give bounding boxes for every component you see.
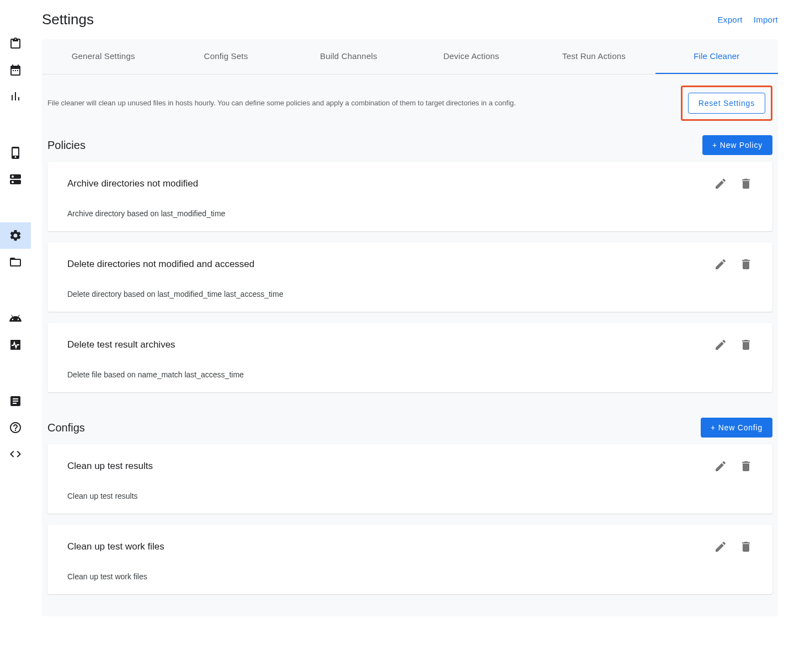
folder-icon [9, 255, 22, 269]
tab-test-run-actions[interactable]: Test Run Actions [532, 39, 655, 74]
main-content: Settings Export Import General Settings … [31, 0, 789, 672]
sidebar-item-health[interactable] [0, 332, 31, 358]
policies-heading: Policies [47, 139, 86, 152]
reset-settings-highlight: Reset Settings [681, 86, 772, 121]
policy-title: Delete directories not modified and acce… [67, 259, 254, 270]
config-subtitle: Clean up test results [67, 492, 753, 500]
sidebar-item-api[interactable] [0, 441, 31, 467]
help-icon [9, 421, 22, 434]
sidebar-item-reports[interactable] [0, 83, 31, 110]
sidebar-item-schedule[interactable] [0, 57, 31, 83]
settings-tabs: General Settings Config Sets Build Chann… [42, 39, 778, 74]
sidebar-item-clipboard[interactable] [0, 30, 31, 57]
page-title: Settings [42, 11, 94, 28]
sidebar-item-hosts[interactable] [0, 166, 31, 193]
gear-icon [9, 229, 22, 242]
tab-config-sets[interactable]: Config Sets [164, 39, 287, 74]
edit-icon[interactable] [714, 460, 727, 473]
sidebar-item-settings[interactable] [0, 222, 31, 249]
sidebar-item-devices[interactable] [0, 140, 31, 166]
server-icon [9, 173, 22, 186]
edit-icon[interactable] [714, 338, 727, 351]
policy-card: Delete test result archives Delete file … [47, 323, 772, 392]
tab-device-actions[interactable]: Device Actions [410, 39, 532, 74]
calendar-icon [9, 63, 22, 77]
trash-icon[interactable] [739, 460, 753, 473]
export-link[interactable]: Export [718, 15, 743, 24]
bar-chart-icon [9, 90, 22, 103]
android-icon [9, 312, 22, 325]
policy-title: Delete test result archives [67, 339, 175, 350]
edit-icon[interactable] [714, 258, 727, 271]
code-icon [9, 447, 22, 461]
tab-build-channels[interactable]: Build Channels [287, 39, 410, 74]
configs-heading: Configs [47, 422, 85, 434]
config-card: Clean up test results Clean up test resu… [47, 444, 772, 514]
edit-icon[interactable] [714, 540, 727, 553]
sidebar-item-help[interactable] [0, 414, 31, 441]
heartbeat-icon [9, 338, 22, 351]
tab-general-settings[interactable]: General Settings [42, 39, 164, 74]
policy-card: Archive directories not modified Archive… [47, 162, 772, 231]
clipboard-icon [9, 37, 22, 50]
policy-subtitle: Delete directory based on last_modified_… [67, 290, 753, 298]
new-policy-button[interactable]: + New Policy [702, 135, 772, 155]
edit-icon[interactable] [714, 177, 727, 190]
tab-file-cleaner[interactable]: File Cleaner [655, 39, 778, 74]
sidebar-nav [0, 0, 31, 672]
new-config-button[interactable]: + New Config [701, 418, 772, 438]
policy-subtitle: Archive directory based on last_modified… [67, 209, 753, 218]
trash-icon[interactable] [739, 177, 753, 190]
trash-icon[interactable] [739, 338, 753, 351]
sidebar-item-android[interactable] [0, 305, 31, 332]
config-title: Clean up test results [67, 461, 153, 472]
config-subtitle: Clean up test work files [67, 572, 753, 581]
phone-icon [9, 146, 22, 159]
trash-icon[interactable] [739, 258, 753, 271]
config-card: Clean up test work files Clean up test w… [47, 525, 772, 594]
reset-settings-button[interactable]: Reset Settings [688, 93, 765, 114]
sidebar-item-notes[interactable] [0, 388, 31, 414]
article-icon [9, 394, 22, 408]
file-cleaner-description: File cleaner will clean up unused files … [47, 98, 670, 108]
policy-title: Archive directories not modified [67, 178, 198, 189]
import-link[interactable]: Import [754, 15, 778, 24]
sidebar-item-files[interactable] [0, 249, 31, 275]
trash-icon[interactable] [739, 540, 753, 553]
policy-subtitle: Delete file based on name_match last_acc… [67, 370, 753, 379]
policy-card: Delete directories not modified and acce… [47, 242, 772, 312]
config-title: Clean up test work files [67, 541, 164, 552]
